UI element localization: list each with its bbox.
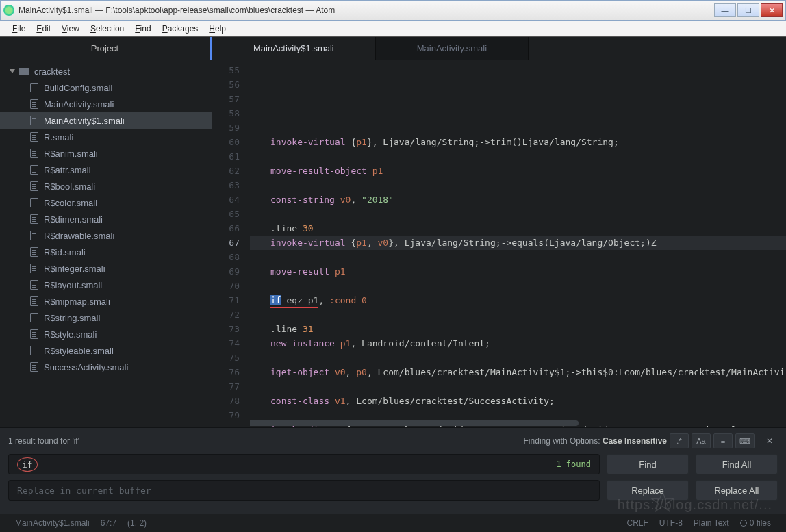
tree-file[interactable]: R$drawable.smali (0, 227, 212, 244)
code-editor[interactable]: 5556575859606162636465666768697071727374… (212, 60, 786, 427)
status-language[interactable]: Plain Text (694, 518, 729, 528)
tree-file[interactable]: SuccessActivity.smali (0, 359, 212, 375)
tab-bar: MainActivity$1.smaliMainActivity.smali (212, 37, 786, 60)
tree-file[interactable]: BuildConfig.smali (0, 79, 212, 96)
menu-view[interactable]: View (56, 23, 85, 35)
tree-file[interactable]: MainActivity.smali (0, 96, 212, 112)
tree-file[interactable]: MainActivity$1.smali (0, 112, 212, 129)
find-result-text: 1 result found for 'if' (8, 436, 79, 446)
status-encoding[interactable]: UTF-8 (659, 518, 683, 528)
find-replace-panel: 1 result found for 'if' Finding with Opt… (0, 427, 786, 514)
editor-tab[interactable]: MainActivity$1.smali (212, 37, 376, 60)
menu-file[interactable]: File (7, 23, 31, 35)
status-bar: MainActivity$1.smali 67:7 (1, 2) CRLF UT… (0, 514, 786, 532)
tree-root[interactable]: cracktest (0, 63, 212, 79)
line-gutter: 5556575859606162636465666768697071727374… (212, 60, 250, 427)
tree-file[interactable]: R$dimen.smali (0, 211, 212, 227)
menu-find[interactable]: Find (129, 23, 156, 35)
atom-icon (3, 5, 14, 16)
tree-file[interactable]: R$style.smali (0, 326, 212, 342)
tree-file[interactable]: R$attr.smali (0, 162, 212, 178)
tree-file[interactable]: R$anim.smali (0, 145, 212, 162)
find-input[interactable]: if 1 found (8, 454, 600, 474)
window-titlebar: MainActivity$1.smali — F:\tools\apktool\… (0, 0, 786, 21)
tree-file[interactable]: R$integer.smali (0, 260, 212, 277)
menu-packages[interactable]: Packages (157, 23, 204, 35)
project-sidebar: Project cracktestBuildConfig.smaliMainAc… (0, 37, 212, 427)
tree-file[interactable]: R$layout.smali (0, 277, 212, 293)
find-options-value: Case Insensitive (603, 436, 667, 446)
status-cursor[interactable]: 67:7 (101, 518, 116, 528)
tree-file[interactable]: R$string.smali (0, 309, 212, 326)
menu-help[interactable]: Help (203, 23, 231, 35)
minimize-button[interactable]: — (714, 3, 736, 17)
regex-toggle[interactable]: .* (670, 433, 689, 448)
file-tree[interactable]: cracktestBuildConfig.smaliMainActivity.s… (0, 60, 212, 427)
wholeword-toggle[interactable]: ⌨ (735, 433, 755, 448)
status-selection: (1, 2) (127, 518, 147, 528)
tree-file[interactable]: R.smali (0, 129, 212, 145)
code-lines[interactable]: invoke-virtual {p1}, Ljava/lang/String;-… (250, 60, 786, 427)
tree-file[interactable]: R$styleable.smali (0, 342, 212, 359)
find-all-button[interactable]: Find All (696, 454, 778, 474)
status-eol[interactable]: CRLF (626, 518, 648, 528)
replace-button[interactable]: Replace (607, 480, 689, 501)
close-button[interactable]: ✕ (761, 3, 783, 17)
tree-file[interactable]: R$color.smali (0, 194, 212, 211)
maximize-button[interactable]: ☐ (737, 3, 759, 17)
find-close-icon[interactable]: ✕ (761, 433, 778, 448)
status-git[interactable]: 0 files (740, 518, 771, 528)
case-toggle[interactable]: Aa (692, 433, 711, 448)
menu-bar: FileEditViewSelectionFindPackagesHelp (0, 21, 786, 37)
tree-file[interactable]: R$bool.smali (0, 178, 212, 194)
editor-tab[interactable]: MainActivity.smali (376, 37, 529, 60)
status-file[interactable]: MainActivity$1.smali (15, 518, 90, 528)
find-query: if (17, 457, 38, 472)
find-button[interactable]: Find (607, 454, 689, 474)
menu-edit[interactable]: Edit (31, 23, 56, 35)
menu-selection[interactable]: Selection (85, 23, 129, 35)
replace-input[interactable]: Replace in current buffer (8, 480, 600, 501)
replace-all-button[interactable]: Replace All (696, 480, 778, 501)
find-options-label: Finding with Options: (524, 436, 600, 446)
sidebar-header: Project (0, 37, 212, 60)
selection-toggle[interactable]: ≡ (713, 433, 733, 448)
replace-placeholder: Replace in current buffer (17, 485, 151, 496)
window-title: MainActivity$1.smali — F:\tools\apktool\… (18, 5, 713, 15)
tree-file[interactable]: R$id.smali (0, 244, 212, 260)
tree-file[interactable]: R$mipmap.smali (0, 293, 212, 309)
find-count: 1 found (556, 459, 591, 469)
